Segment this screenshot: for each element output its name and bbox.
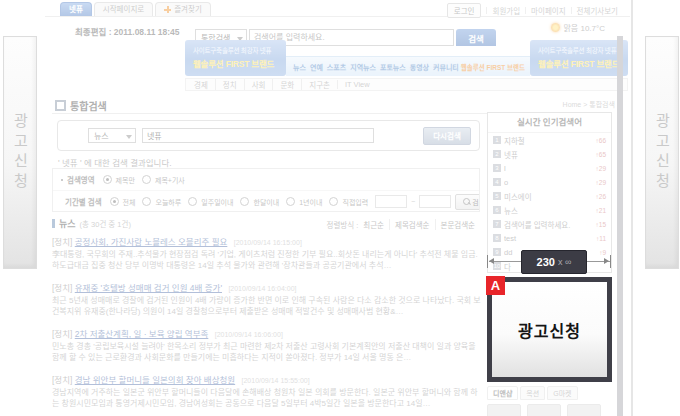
subnav-item-economy[interactable]: 경제 (194, 79, 215, 90)
dimension-badge: 230 x ∞ (521, 250, 587, 274)
logo-line1: 사이트구축솔루션 최강자 넷퓨 (193, 45, 286, 55)
nav-item-sports[interactable]: 스포츠 (325, 62, 348, 72)
list-header: 뉴스 (총 30건 중 1건) 정렬방식 : 최근순 제목검색순 본문검색순 (52, 217, 480, 230)
news-list: [정치] 공정사회, 가진사람 노블레스 오블리주 필요 [2010/09/14… (52, 235, 482, 416)
popular-change: ↑29 (596, 179, 606, 186)
ad-slot-box[interactable]: 광고신청 (487, 277, 612, 382)
header-band: 사이트구축솔루션 최강자 넷퓨 웹솔루션 FIRST 브랜드 뉴스 연예 스포츠… (185, 40, 628, 76)
shop-widget: 디앤샵 옥션 G마켓 (487, 386, 612, 416)
subnav-item-society[interactable]: 사회 (244, 79, 273, 90)
popular-row: 6 뉴스 ↑21 (488, 203, 611, 217)
radio-period-week-label: 일주일이내 (201, 197, 233, 207)
popular-term[interactable]: 넷퓨 (504, 149, 593, 160)
popular-searches-box: 실시간 인기검색어 1 지하철 ↑66 2 넷퓨 ↑65 3 l ↑29 4 o… (487, 112, 612, 273)
mypage-link[interactable]: 마이페이지 (531, 5, 566, 16)
tab-bookmark[interactable]: 즐겨찾기 (155, 2, 211, 16)
popular-term[interactable]: 뉴스 (504, 205, 593, 216)
shop-tab-auction[interactable]: 옥션 (520, 386, 545, 400)
radio-period-year[interactable] (286, 197, 295, 206)
popular-row: 2 넷퓨 ↑65 (488, 147, 611, 161)
sub-nav: 경제 정치 사회 문화 지구촌 IT View (185, 78, 628, 91)
chevron-down-icon (126, 135, 132, 139)
radio-period-all[interactable] (110, 197, 119, 206)
subnav-item-world[interactable]: 지구촌 (301, 79, 337, 90)
popular-term[interactable]: l (504, 164, 593, 173)
radio-period-month[interactable] (240, 197, 249, 206)
product-thumbnail[interactable] (487, 404, 521, 416)
nav-item-video[interactable]: 동영상 (408, 62, 431, 72)
dimension-end-tick-left (487, 255, 488, 268)
radio-title-only[interactable] (103, 175, 112, 184)
rank-badge: 9 (493, 248, 501, 256)
nav-item-photo-news[interactable]: 포토뉴스 (378, 62, 408, 72)
date-to-input[interactable] (419, 195, 451, 208)
subnav-item-culture[interactable]: 문화 (272, 79, 301, 90)
marker-a-badge: A (486, 276, 505, 295)
requery-input[interactable] (142, 128, 374, 143)
requery-category-select[interactable]: 뉴스 (88, 128, 136, 143)
ad-banner-right[interactable]: 광고신청 (645, 36, 679, 269)
sort-controls: 정렬방식 : 최근순 제목검색순 본문검색순 (327, 219, 480, 230)
utility-bar: 넷퓨 시작페이지로 즐겨찾기 로그인 회원가입 마이페이지 전체기사보기 (45, 2, 630, 17)
nav-item-news[interactable]: 뉴스 (291, 62, 308, 72)
news-title-link[interactable]: 경남 위안부 할머니들 일본의회 찾아 배상청원 (75, 375, 235, 385)
news-title-link[interactable]: 공정사회, 가진사람 노블레스 오블리주 필요 (75, 237, 228, 247)
nav-item-entertainment[interactable]: 연예 (308, 62, 325, 72)
login-button[interactable]: 로그인 (447, 3, 482, 18)
sun-icon (551, 23, 560, 32)
nav-item-community[interactable]: 커뮤니티 (431, 62, 461, 72)
popular-change: ↑65 (596, 151, 606, 158)
dimension-unit: x ∞ (558, 257, 571, 267)
dimension-end-tick-right (610, 255, 611, 268)
site-logo[interactable]: 사이트구축솔루션 최강자 넷퓨 웹솔루션 FIRST 브랜드 (185, 40, 286, 76)
popular-term[interactable]: o (504, 178, 593, 187)
radio-period-week[interactable] (188, 197, 197, 206)
last-edit-text: 최종편집 : 2011.08.11 18:45 (75, 25, 180, 37)
requery-button[interactable]: 다시검색 (423, 127, 471, 145)
product-thumbnail[interactable] (527, 404, 561, 416)
shop-tab-dnshop[interactable]: 디앤샵 (487, 386, 518, 400)
news-snippet: 민노총 경총 '공립보육시설 늘려야' 한목소리 정부가 최근 마련한 제2차 … (52, 342, 482, 363)
scrollbar-strip[interactable] (617, 36, 623, 416)
product-thumbnails (487, 404, 612, 416)
rank-badge: 8 (493, 234, 501, 242)
tab-site-home[interactable]: 넷퓨 (60, 2, 92, 16)
news-item: [정치] 2차 저출산계획, 일 · 보육 양립 역부족 [2010/09/14… (52, 327, 482, 363)
radio-period-custom[interactable] (329, 197, 338, 206)
news-date: [2010/09/14 16:15:00] (234, 239, 302, 246)
all-articles-link[interactable]: 전체기사보기 (577, 5, 618, 16)
sort-option-recent[interactable]: 최근순 (358, 219, 389, 230)
popular-term[interactable]: 검색어를 입력하세요. (504, 219, 593, 230)
subnav-item-politics[interactable]: 정치 (215, 79, 244, 90)
popular-term[interactable]: 미스에이 (504, 191, 593, 202)
tab-bookmark-label: 즐겨찾기 (174, 3, 202, 16)
rank-badge: 4 (493, 178, 501, 186)
news-title-link[interactable]: 2차 저출산계획, 일 · 보육 양립 역부족 (75, 329, 209, 339)
weather-widget: 맑음 10.7°C (551, 22, 606, 33)
subnav-item-it-view[interactable]: IT View (337, 80, 377, 89)
list-count: (총 30건 중 1건) (80, 218, 131, 229)
option-search-button[interactable]: 검색 (455, 194, 479, 210)
date-from-input[interactable] (375, 195, 407, 208)
radio-period-today[interactable] (142, 197, 151, 206)
sort-option-body-match[interactable]: 본문검색순 (435, 219, 481, 230)
rank-badge: 1 (493, 136, 501, 144)
nav-item-local-news[interactable]: 지역뉴스 (348, 62, 378, 72)
shop-tab-gmarket[interactable]: G마켓 (547, 386, 577, 400)
popular-title: 실시간 인기검색어 (488, 113, 611, 133)
tab-start-page[interactable]: 시작페이지로 (94, 2, 153, 16)
arrow-left-icon (489, 258, 494, 264)
rank-badge: 6 (493, 206, 501, 214)
news-title-link[interactable]: 유재중 '호텔방 성매매 검거 인원 4배 증가' (75, 283, 222, 293)
period-label: 기간별 검색 (65, 196, 102, 207)
breadcrumb[interactable]: Home > 통합검색 (563, 99, 615, 109)
ad-banner-left[interactable]: 광고신청 (3, 36, 37, 269)
popular-term[interactable]: test (504, 234, 593, 243)
screen: 넷퓨 시작페이지로 즐겨찾기 로그인 회원가입 마이페이지 전체기사보기 최종편… (0, 0, 680, 416)
signup-link[interactable]: 회원가입 (492, 5, 520, 16)
product-thumbnail[interactable] (567, 404, 601, 416)
sort-option-title-match[interactable]: 제목검색순 (389, 219, 435, 230)
popular-term[interactable]: 지하철 (504, 135, 593, 146)
popular-row: 1 지하철 ↑66 (488, 133, 611, 147)
radio-title-article[interactable] (142, 175, 151, 184)
